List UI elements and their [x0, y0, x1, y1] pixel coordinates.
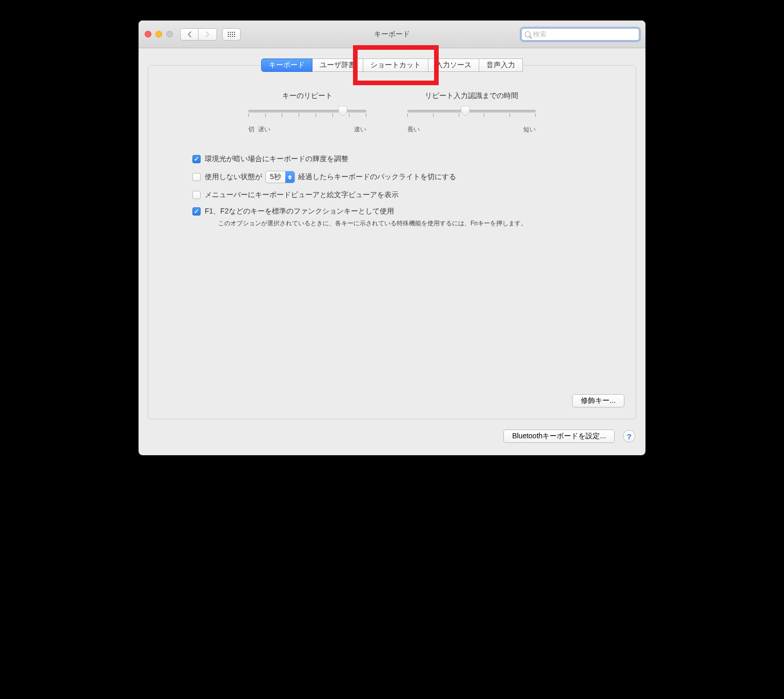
menubar-viewers-label: メニューバーにキーボードビューアと絵文字ビューアを表示 — [205, 190, 399, 200]
menubar-viewers-row: メニューバーにキーボードビューアと絵文字ビューアを表示 — [192, 190, 605, 200]
ambient-light-row: 環境光が暗い場合にキーボードの輝度を調整 — [192, 154, 605, 164]
ambient-light-checkbox[interactable] — [192, 155, 201, 163]
traffic-lights — [145, 31, 173, 37]
delay-label: リピート入力認識までの時間 — [407, 91, 536, 101]
modifier-keys-button[interactable]: 修飾キー... — [572, 394, 624, 407]
show-all-button[interactable] — [222, 28, 241, 41]
key-repeat-slider[interactable] — [248, 107, 366, 122]
checkbox-list: 環境光が暗い場合にキーボードの輝度を調整 使用しない状態が 5秒 経過したらキー… — [192, 154, 605, 228]
titlebar: キーボード — [139, 21, 645, 48]
bluetooth-setup-button[interactable]: Bluetoothキーボードを設定... — [503, 430, 615, 443]
forward-button[interactable] — [199, 28, 217, 41]
preferences-window: キーボード キーボード ユーザ辞書 ショートカット 入力ソース 音声入力 キーの… — [139, 21, 645, 455]
fn-keys-helper: このオプションが選択されているときに、各キーに示されている特殊機能を使用するには… — [218, 219, 605, 228]
tab-voice-input[interactable]: 音声入力 — [479, 59, 523, 72]
sliders-row: キーのリピート 切 遅い 速い リピート入力認識までの時間 — [179, 91, 605, 134]
back-button[interactable] — [180, 28, 199, 41]
backlight-timeout-value: 5秒 — [266, 172, 285, 182]
tab-keyboard[interactable]: キーボード — [261, 59, 312, 72]
delay-thumb[interactable] — [461, 106, 470, 117]
backlight-off-row: 使用しない状態が 5秒 経過したらキーボードのバックライトを切にする — [192, 171, 605, 183]
backlight-timeout-select[interactable]: 5秒 — [265, 171, 295, 183]
footer: Bluetoothキーボードを設定... ? — [139, 430, 645, 455]
menubar-viewers-checkbox[interactable] — [192, 191, 201, 199]
search-input[interactable] — [533, 30, 636, 38]
grid-icon — [228, 32, 235, 37]
tabs: キーボード ユーザ辞書 ショートカット 入力ソース 音声入力 — [139, 59, 645, 72]
search-icon — [525, 31, 531, 37]
ambient-light-label: 環境光が暗い場合にキーボードの輝度を調整 — [205, 154, 348, 164]
key-repeat-thumb[interactable] — [338, 106, 347, 117]
keyboard-panel: キーのリピート 切 遅い 速い リピート入力認識までの時間 — [148, 65, 636, 419]
search-box[interactable] — [521, 28, 639, 41]
backlight-off-label-after: 経過したらキーボードのバックライトを切にする — [298, 172, 456, 182]
tab-shortcuts[interactable]: ショートカット — [363, 59, 428, 72]
tab-input-sources[interactable]: 入力ソース — [428, 59, 479, 72]
fn-keys-checkbox[interactable] — [192, 207, 201, 216]
delay-slider-group: リピート入力認識までの時間 長い 短い — [407, 91, 536, 134]
fn-keys-label: F1、F2などのキーを標準のファンクションキーとして使用 — [205, 207, 394, 216]
backlight-off-label-before: 使用しない状態が — [205, 172, 262, 182]
backlight-off-checkbox[interactable] — [192, 173, 201, 181]
delay-tick-labels: 長い 短い — [407, 125, 536, 134]
help-button[interactable]: ? — [623, 430, 635, 442]
key-repeat-label: キーのリピート — [248, 91, 366, 101]
window-title: キーボード — [374, 30, 410, 39]
stepper-arrows-icon — [285, 171, 295, 183]
nav-buttons — [180, 28, 217, 41]
maximize-button — [166, 31, 173, 37]
tab-user-dictionary[interactable]: ユーザ辞書 — [312, 59, 363, 72]
content: キーボード ユーザ辞書 ショートカット 入力ソース 音声入力 キーのリピート — [139, 48, 645, 455]
minimize-button[interactable] — [155, 31, 162, 37]
close-button[interactable] — [145, 31, 151, 37]
delay-slider[interactable] — [407, 107, 536, 122]
key-repeat-tick-labels: 切 遅い 速い — [248, 125, 366, 134]
fn-keys-row: F1、F2などのキーを標準のファンクションキーとして使用 — [192, 207, 605, 216]
key-repeat-slider-group: キーのリピート 切 遅い 速い — [248, 91, 366, 134]
